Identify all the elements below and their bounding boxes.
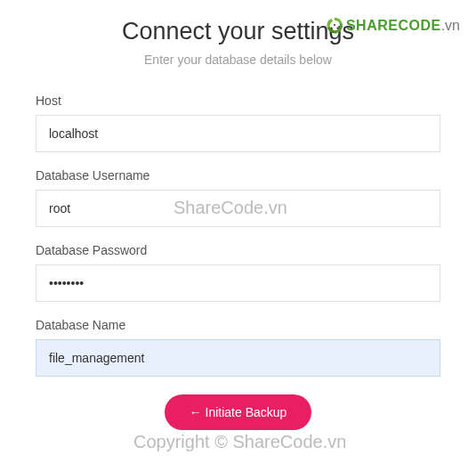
form-group-username: Database Username: [36, 168, 440, 227]
page-subtitle: Enter your database details below: [36, 53, 440, 67]
recycle-icon: [325, 16, 344, 36]
logo-text-suffix: .vn: [441, 18, 460, 34]
password-input[interactable]: [36, 264, 440, 302]
host-input[interactable]: [36, 115, 440, 152]
host-label: Host: [36, 93, 440, 108]
form-group-dbname: Database Name: [36, 318, 440, 377]
dbname-input[interactable]: [36, 339, 440, 377]
initiate-backup-button[interactable]: ← Initiate Backup: [165, 394, 312, 430]
form-group-host: Host: [36, 93, 440, 152]
password-label: Database Password: [36, 243, 440, 257]
username-label: Database Username: [36, 168, 440, 183]
form-container: Connect your settings Enter your databas…: [0, 0, 476, 430]
logo-text-code: CODE: [398, 18, 440, 34]
watermark-2: Copyright © ShareCode.vn: [133, 432, 346, 452]
logo-badge: SHARECODE.vn: [325, 16, 460, 36]
username-input[interactable]: [36, 190, 440, 227]
form-group-password: Database Password: [36, 243, 440, 302]
dbname-label: Database Name: [36, 318, 440, 332]
logo-text-share: SHARE: [346, 18, 399, 34]
button-row: ← Initiate Backup: [36, 394, 440, 430]
